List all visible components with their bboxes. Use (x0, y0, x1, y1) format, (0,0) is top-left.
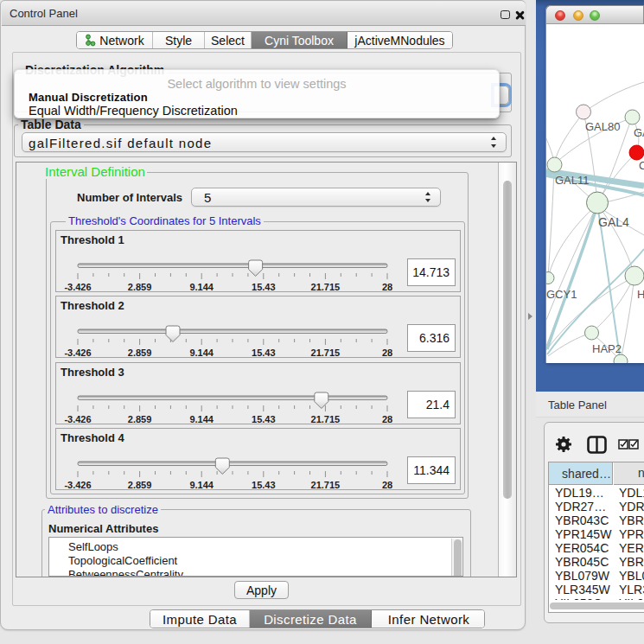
svg-text:9.144: 9.144 (189, 480, 214, 490)
svg-text:9.144: 9.144 (189, 414, 214, 424)
svg-text:2.859: 2.859 (128, 282, 152, 292)
svg-text:9.144: 9.144 (189, 282, 214, 292)
svg-text:-3.426: -3.426 (64, 480, 91, 490)
svg-text:C: C (639, 159, 644, 172)
svg-text:15.43: 15.43 (252, 348, 276, 358)
svg-text:21.715: 21.715 (311, 480, 341, 490)
svg-text:GCY1: GCY1 (546, 288, 577, 301)
svg-text:2.859: 2.859 (128, 348, 152, 358)
svg-text:21.715: 21.715 (311, 348, 341, 358)
svg-text:9.144: 9.144 (189, 348, 214, 358)
svg-text:GAL80: GAL80 (585, 120, 620, 133)
svg-text:15.43: 15.43 (252, 480, 276, 490)
svg-text:H: H (637, 288, 644, 301)
svg-text:15.43: 15.43 (252, 282, 276, 292)
svg-text:15.43: 15.43 (252, 414, 276, 424)
svg-text:28: 28 (382, 480, 392, 490)
svg-text:21.715: 21.715 (311, 282, 341, 292)
svg-text:GA: GA (634, 126, 644, 139)
svg-text:28: 28 (382, 414, 392, 424)
svg-text:-3.426: -3.426 (64, 414, 91, 424)
svg-text:-3.426: -3.426 (64, 282, 91, 292)
svg-text:21.715: 21.715 (311, 414, 341, 424)
svg-text:HAP2: HAP2 (592, 342, 622, 355)
svg-text:28: 28 (382, 348, 392, 358)
svg-text:-3.426: -3.426 (64, 348, 91, 358)
svg-text:GAL11: GAL11 (555, 174, 590, 187)
svg-text:2.859: 2.859 (128, 480, 152, 490)
svg-text:GAL4: GAL4 (598, 215, 629, 229)
svg-text:28: 28 (382, 282, 392, 292)
svg-text:2.859: 2.859 (128, 414, 152, 424)
